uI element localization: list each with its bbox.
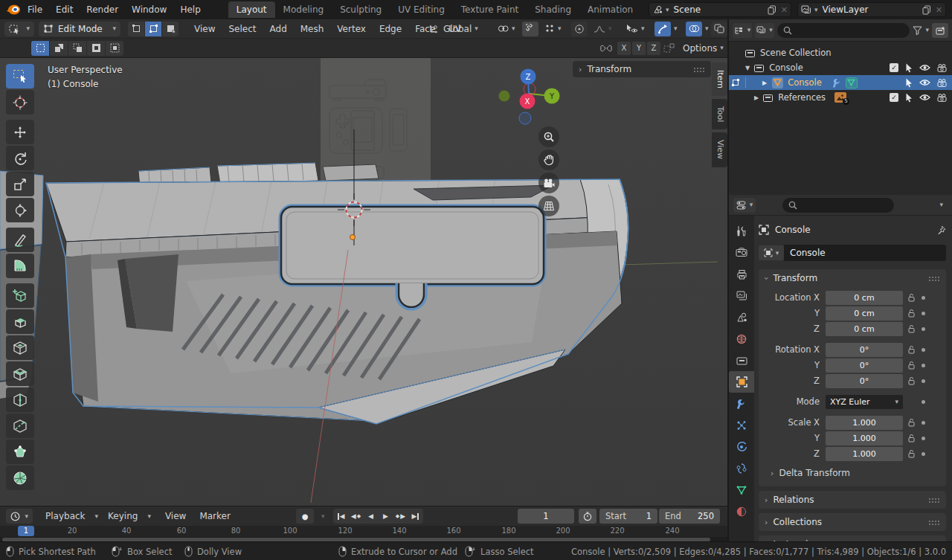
tool-extrude-region[interactable] — [6, 309, 34, 334]
panel-grip-icon[interactable] — [928, 520, 940, 525]
viewlayer-name[interactable]: ViewLayer — [818, 4, 922, 15]
tab-object-data[interactable] — [729, 479, 754, 501]
tab-collection[interactable] — [729, 350, 754, 371]
tab-constraints[interactable] — [729, 457, 754, 479]
vertex-select-mode-button[interactable] — [128, 22, 144, 36]
rotation-x-field[interactable]: 0° — [826, 343, 903, 357]
snap-toggle[interactable] — [522, 22, 538, 36]
selectable-pointer-icon[interactable] — [905, 93, 913, 103]
collection-checkbox[interactable]: ✓ — [890, 93, 898, 102]
viewlayer-selector[interactable]: ▾ ViewLayer ✕ — [797, 2, 946, 17]
properties-search-input[interactable] — [782, 198, 894, 213]
tool-add-cube[interactable] — [6, 283, 34, 308]
hide-eye-icon[interactable] — [919, 64, 930, 71]
unlock-icon[interactable] — [907, 293, 916, 302]
menu-select[interactable]: Select — [222, 24, 263, 34]
playback-menu[interactable]: Playback▾ — [39, 511, 98, 521]
view-menu[interactable]: View — [158, 511, 193, 521]
transform-panel-header[interactable]: › Transform — [759, 269, 946, 287]
tool-poly-build[interactable] — [6, 440, 34, 464]
tool-bevel[interactable] — [6, 361, 34, 386]
transform-orientation-dropdown[interactable]: Global ▾ — [424, 22, 492, 36]
unlock-icon[interactable] — [907, 434, 916, 442]
npanel-tab-view[interactable]: View — [712, 132, 727, 167]
new-collection-button[interactable] — [932, 23, 948, 38]
panel-grip-icon[interactable] — [928, 276, 940, 281]
tool-loop-cut[interactable] — [6, 387, 34, 412]
edge-select-mode-button[interactable] — [145, 22, 161, 36]
tool-transform[interactable] — [6, 198, 34, 222]
keying-set-dropdown[interactable]: ▾ — [321, 513, 325, 520]
object-type-visibility-dropdown[interactable]: ▾ — [622, 22, 649, 36]
animate-dot[interactable] — [922, 364, 925, 367]
breadcrumb-object-name[interactable]: Console — [775, 225, 811, 235]
pivot-point-dropdown[interactable]: ▾ — [493, 22, 520, 36]
face-select-mode-button[interactable] — [162, 22, 178, 36]
unlock-icon[interactable] — [907, 309, 916, 318]
tab-render[interactable] — [729, 242, 754, 263]
disclosure-closed-icon[interactable]: ▶ — [754, 94, 759, 101]
select-subtract-button[interactable] — [68, 41, 86, 56]
mirror-x-button[interactable]: X — [617, 42, 631, 55]
select-set-button[interactable] — [31, 41, 49, 56]
menu-help[interactable]: Help — [173, 4, 207, 15]
animate-dot[interactable] — [922, 312, 925, 315]
pan-view-button[interactable] — [538, 149, 559, 170]
tool-inset-faces[interactable] — [6, 335, 34, 360]
animate-dot[interactable] — [922, 296, 925, 300]
tab-object[interactable] — [729, 371, 754, 393]
viewport-3d[interactable]: User Perspective (1) Console — [0, 58, 727, 506]
collection-checkbox[interactable]: ✓ — [890, 63, 898, 72]
current-frame-field[interactable]: 1 — [518, 509, 574, 524]
previous-keyframe-button[interactable]: ◀◆ — [349, 509, 363, 523]
blender-logo-icon[interactable] — [6, 4, 21, 16]
auto-keying-record-button[interactable]: ● — [296, 509, 314, 524]
unlock-icon[interactable] — [907, 376, 916, 385]
show-gizmo-toggle[interactable] — [654, 22, 671, 36]
scene-selector[interactable]: ▾ Scene ✕ — [649, 2, 791, 17]
outliner-filter-funnel-dropdown[interactable]: ▾ — [913, 26, 929, 35]
tool-measure[interactable] — [6, 254, 34, 278]
timeline-ruler[interactable]: 20 40 60 80 100 120 140 160 180 200 220 … — [0, 526, 727, 537]
hide-eye-icon[interactable] — [919, 94, 930, 101]
select-intersect-button[interactable] — [106, 41, 123, 56]
jump-to-end-button[interactable]: ▶ — [408, 509, 422, 523]
instancing-panel[interactable]: ›Instancing — [759, 535, 946, 541]
tab-output[interactable] — [729, 263, 754, 285]
unlink-scene-icon[interactable]: ✕ — [781, 6, 788, 14]
tab-particles[interactable] — [729, 414, 754, 436]
show-overlays-toggle[interactable] — [686, 22, 702, 36]
scale-z-field[interactable]: 1.000 — [826, 447, 903, 461]
workspace-tab-modeling[interactable]: Modeling — [275, 1, 332, 18]
animate-dot[interactable] — [922, 400, 925, 404]
frame-start-field[interactable]: Start 1 — [599, 509, 657, 524]
scene-name[interactable]: Scene — [669, 4, 768, 15]
tab-scene[interactable] — [729, 306, 754, 328]
copy-viewlayer-icon[interactable] — [922, 5, 931, 15]
location-x-field[interactable]: 0 cm — [826, 291, 903, 305]
selectable-pointer-icon[interactable] — [905, 63, 913, 73]
workspace-tab-animation[interactable]: Animation — [579, 1, 641, 18]
rotation-mode-dropdown[interactable]: XYZ Euler▾ — [826, 395, 903, 409]
scale-y-field[interactable]: 1.000 — [826, 431, 903, 445]
animate-dot[interactable] — [922, 327, 925, 331]
marker-menu[interactable]: Marker — [193, 511, 237, 521]
scale-x-field[interactable]: 1.000 — [826, 416, 903, 430]
mode-dropdown[interactable]: Edit Mode ▾ — [39, 22, 120, 36]
outliner-row-console-collection[interactable]: ▼ Console ✓ — [729, 60, 952, 75]
tool-scale[interactable] — [6, 172, 34, 196]
frame-end-field[interactable]: End 250 — [659, 509, 720, 524]
pin-icon[interactable] — [936, 225, 946, 235]
zoom-view-button[interactable] — [538, 126, 559, 147]
active-tool-dropdown[interactable]: ▾ — [4, 22, 34, 36]
npanel-tab-tool[interactable]: Tool — [712, 99, 727, 129]
workspace-tab-sculpting[interactable]: Sculpting — [332, 1, 390, 18]
tab-physics[interactable] — [729, 436, 754, 457]
properties-editor-type-dropdown[interactable]: ▾ — [733, 198, 756, 213]
keying-menu[interactable]: Keying▾ — [101, 511, 151, 521]
mirror-z-button[interactable]: Z — [647, 42, 660, 55]
location-z-field[interactable]: 0 cm — [826, 322, 903, 336]
tool-select-box[interactable] — [6, 64, 34, 88]
jump-to-start-button[interactable]: ◀ — [334, 509, 348, 523]
rotation-z-field[interactable]: 0° — [826, 374, 903, 388]
